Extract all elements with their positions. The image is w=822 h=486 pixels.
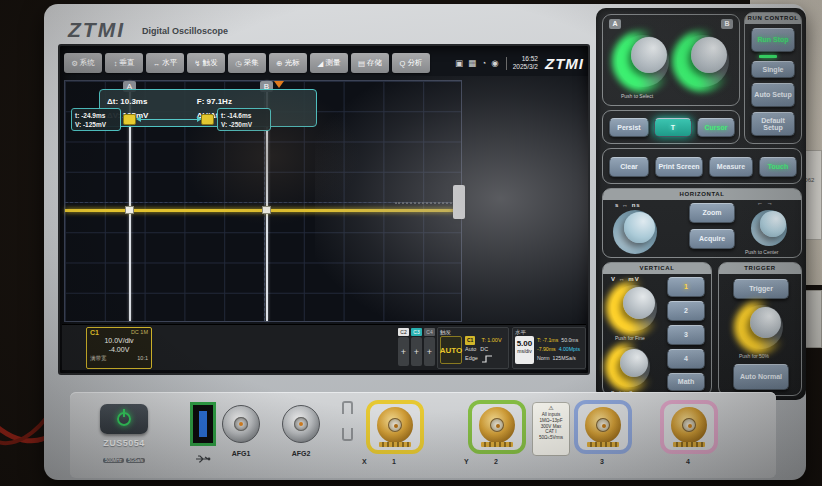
knob-b-label: B bbox=[721, 19, 733, 29]
vertical-section: VERTICAL V ↔ mV Push for Fine Push to Ze… bbox=[602, 262, 712, 396]
channel1-status-box[interactable]: C1DC 1M 10.0V/div -4.00V 满带宽10:1 bbox=[86, 327, 152, 369]
vertical-position-knob[interactable] bbox=[610, 347, 650, 387]
channel2-bnc bbox=[468, 400, 526, 454]
power-button[interactable] bbox=[100, 404, 148, 434]
menu-button-trigger[interactable]: ↯触发 bbox=[187, 53, 225, 73]
vertical-scale-knob[interactable] bbox=[611, 285, 657, 331]
screen: ⚙系统 ↕垂直 ↔水平 ↯触发 ◷采集 ⊕光标 ◢测量 ▤存储 Q分析 ▣ ▦ … bbox=[58, 44, 590, 375]
trigger-position-marker[interactable] bbox=[274, 81, 284, 88]
acquire-button[interactable]: Acquire bbox=[689, 229, 735, 249]
channel1-name: C1 bbox=[90, 329, 99, 336]
print-screen-button[interactable]: Print Screen bbox=[655, 157, 703, 177]
status-bar: C1DC 1M 10.0V/div -4.00V 满带宽10:1 C2+ C3+… bbox=[62, 324, 586, 370]
x-mark: X bbox=[362, 458, 367, 465]
vertical-title: VERTICAL bbox=[603, 263, 711, 274]
add-channel2-button[interactable]: + bbox=[398, 337, 409, 366]
default-setup-button[interactable]: Default Setup bbox=[751, 112, 795, 136]
menu-button-cursor[interactable]: ⊕光标 bbox=[269, 53, 307, 73]
samplerate-badge: 5GSa/s bbox=[126, 458, 145, 463]
channel4-number: 4 bbox=[686, 458, 690, 465]
trigger-menu-button[interactable]: Trigger bbox=[733, 279, 789, 299]
menu-button-vertical[interactable]: ↕垂直 bbox=[105, 53, 143, 73]
usb-drive-icon[interactable]: ▦ bbox=[468, 58, 476, 68]
menu-button-analyze[interactable]: Q分析 bbox=[392, 53, 430, 73]
cursor-b-handle[interactable] bbox=[201, 114, 214, 125]
mouse-icon[interactable]: ◔ bbox=[481, 58, 486, 68]
auto-normal-button[interactable]: Auto Normal bbox=[733, 364, 789, 390]
waveform-grid: A B Δt: 10.3ms F: 97.1Hz ΔV: 125mV ΔV/Δt… bbox=[64, 80, 462, 322]
probe-comp-terminal bbox=[342, 428, 353, 441]
channel1-coupling: DC 1M bbox=[131, 329, 148, 336]
channel3-button[interactable]: 3 bbox=[667, 325, 705, 345]
cursor-a-handle[interactable] bbox=[123, 114, 136, 125]
menu-button-system[interactable]: ⚙系统 bbox=[64, 53, 102, 73]
multipurpose-knob-b[interactable] bbox=[677, 35, 729, 87]
storage-icon: ▤ bbox=[358, 59, 365, 68]
clear-button[interactable]: Clear bbox=[609, 157, 649, 177]
menu-button-horizontal[interactable]: ↔水平 bbox=[146, 53, 184, 73]
channel3-bnc bbox=[574, 400, 632, 454]
channel2-tab[interactable]: C2 bbox=[398, 328, 409, 336]
run-led bbox=[759, 55, 777, 58]
multipurpose-knob-section: A B Push to Select bbox=[602, 14, 740, 106]
touch-button[interactable]: Touch bbox=[759, 157, 797, 177]
vertical-arrows-icon: ↕ bbox=[114, 59, 118, 68]
trace-marker bbox=[262, 206, 271, 214]
multipurpose-knob-a[interactable] bbox=[617, 35, 669, 87]
horizontal-status-box[interactable]: 水平 5.00 ms/div T: -7.1ms50.0ms -7.90ms4.… bbox=[512, 327, 586, 369]
date: 2025/3/2 bbox=[513, 63, 538, 71]
trigger-source-chip: C1 bbox=[465, 336, 475, 345]
cursor-connector-line bbox=[138, 119, 200, 120]
zoom-button[interactable]: Zoom bbox=[689, 203, 735, 223]
clock-icon: ◷ bbox=[235, 59, 242, 68]
brand-logo: ZTMI bbox=[68, 18, 125, 42]
single-button[interactable]: Single bbox=[751, 61, 795, 78]
menu-button-measure[interactable]: ◢测量 bbox=[310, 53, 348, 73]
knob-a-label: A bbox=[609, 19, 621, 29]
channel2-number: 2 bbox=[494, 458, 498, 465]
channel3-tab[interactable]: C3 bbox=[411, 328, 422, 336]
channel2-button[interactable]: 2 bbox=[667, 301, 705, 321]
cursor-b-readout[interactable]: t: -14.6ms V: -250mV bbox=[217, 108, 271, 131]
probe-comp-terminal bbox=[342, 401, 353, 414]
math-button[interactable]: Math bbox=[667, 373, 705, 391]
channel4-tab[interactable]: C4 bbox=[424, 328, 435, 336]
auto-setup-button[interactable]: Auto Setup bbox=[751, 83, 795, 107]
run-stop-button[interactable]: Run Stop bbox=[751, 28, 795, 52]
trigger-bolt-icon: ↯ bbox=[194, 59, 200, 68]
persist-button[interactable]: Persist bbox=[609, 118, 649, 137]
channel1-scale: 10.0V/div bbox=[90, 336, 148, 345]
screenshot-icon[interactable]: ▣ bbox=[455, 58, 463, 68]
cursor-a-readout[interactable]: t: -24.9ms V: -125mV bbox=[71, 108, 121, 131]
horizontal-title: HORIZONTAL bbox=[603, 189, 801, 200]
push-for-50-caption: Push for 50% bbox=[739, 353, 769, 359]
horizontal-position-knob[interactable] bbox=[751, 210, 787, 246]
menu-button-storage[interactable]: ▤存储 bbox=[351, 53, 389, 73]
add-channel3-button[interactable]: + bbox=[411, 337, 422, 366]
trigger-coupling: DC bbox=[480, 345, 488, 354]
channel3-number: 3 bbox=[600, 458, 604, 465]
t-button[interactable]: T bbox=[654, 118, 692, 137]
touch-icon[interactable]: ◉ bbox=[491, 58, 498, 68]
menu-button-acquire[interactable]: ◷采集 bbox=[228, 53, 266, 73]
gear-icon: ⚙ bbox=[71, 59, 78, 68]
channel4-button[interactable]: 4 bbox=[667, 349, 705, 369]
control-panel: A B Push to Select RUN CONTROL Run Stop … bbox=[596, 8, 806, 400]
trace-marker bbox=[125, 206, 134, 214]
channel1-button[interactable]: 1 bbox=[667, 277, 705, 297]
measure-button[interactable]: Measure bbox=[709, 157, 753, 177]
trigger-status-box[interactable]: 触发 AUTO C1T: 1.00V AutoDC Edge bbox=[437, 327, 509, 369]
add-channel4-button[interactable]: + bbox=[424, 337, 435, 366]
horizontal-scale-knob[interactable] bbox=[613, 210, 657, 254]
model-plate: ZUS5054 500MHz5GSa/s bbox=[94, 438, 154, 466]
trigger-level-handle[interactable] bbox=[453, 185, 465, 219]
cursor-button[interactable]: Cursor bbox=[697, 118, 735, 137]
warning-icon: ⚠ bbox=[533, 405, 569, 412]
usb-tongue bbox=[199, 411, 207, 437]
timebase-badge: 5.00 ms/div bbox=[515, 336, 534, 364]
model-name: ZUS5054 bbox=[94, 438, 154, 448]
cursor-cross-icon: ⊕ bbox=[276, 59, 282, 68]
front-panel: ZUS5054 500MHz5GSa/s AFG1 AFG2 X 1 Y 2 3… bbox=[70, 392, 776, 478]
trigger-level-knob[interactable] bbox=[739, 305, 783, 349]
oscilloscope-body: ZTMI Digital Oscilloscope ⚙系统 ↕垂直 ↔水平 ↯触… bbox=[44, 4, 806, 480]
